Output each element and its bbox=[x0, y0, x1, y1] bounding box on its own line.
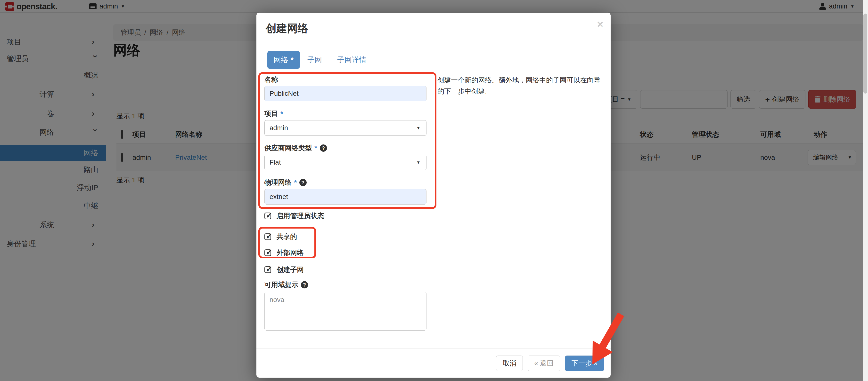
modal-title: 创建网络 bbox=[266, 21, 308, 36]
physical-network-field-label: 物理网络 * ? bbox=[265, 178, 307, 187]
create-subnet-label: 创建子网 bbox=[277, 265, 304, 274]
back-button[interactable]: « 返回 bbox=[528, 355, 560, 371]
provider-type-select[interactable]: Flat ▼ bbox=[265, 154, 427, 170]
check-icon: ✓ bbox=[266, 247, 273, 257]
screen: openstack. admin ▼ admin ▼ 项目 › 管理员 › 概况… bbox=[0, 0, 868, 381]
check-icon: ✓ bbox=[266, 231, 273, 241]
modal-help-text: 创建一个新的网络。额外地，网络中的子网可以在向导的下一步中创建。 bbox=[437, 75, 602, 97]
tab-network-label: 网络 bbox=[274, 55, 288, 65]
tab-network-active[interactable]: 网络 * bbox=[267, 51, 300, 69]
required-marker: * bbox=[314, 144, 317, 152]
enable-admin-state-checkbox[interactable]: ✓ 启用管理员状态 bbox=[265, 211, 324, 220]
help-icon[interactable]: ? bbox=[301, 281, 308, 288]
external-network-checkbox[interactable]: ✓ 外部网络 bbox=[265, 248, 304, 257]
az-hints-label-text: 可用域提示 bbox=[265, 280, 299, 289]
az-hints-field-label: 可用域提示 ? bbox=[265, 280, 308, 289]
checked-checkbox-icon: ✓ bbox=[265, 213, 271, 219]
az-option-nova[interactable]: nova bbox=[270, 296, 422, 304]
external-network-label: 外部网络 bbox=[277, 248, 304, 257]
physical-network-input[interactable] bbox=[265, 189, 427, 205]
scrollbar-thumb[interactable] bbox=[863, 13, 867, 94]
help-icon[interactable]: ? bbox=[299, 179, 307, 186]
project-label-text: 项目 bbox=[265, 109, 278, 118]
checked-checkbox-icon: ✓ bbox=[265, 249, 271, 256]
project-select-value: admin bbox=[270, 124, 288, 132]
provider-type-label-text: 供应商网络类型 bbox=[265, 143, 312, 153]
create-network-modal: 创建网络 × 网络 * 子网 子网详情 名称 项目 * admin ▼ 供应商网… bbox=[256, 12, 611, 378]
required-marker: * bbox=[294, 178, 297, 186]
provider-type-field-label: 供应商网络类型 * ? bbox=[265, 143, 327, 153]
help-icon[interactable]: ? bbox=[320, 144, 327, 152]
modal-footer: 取消 « 返回 下一步 » bbox=[256, 349, 611, 378]
close-icon[interactable]: × bbox=[597, 19, 603, 30]
provider-type-select-value: Flat bbox=[270, 159, 281, 166]
caret-down-icon: ▼ bbox=[416, 161, 421, 165]
az-hints-multiselect[interactable]: nova bbox=[265, 292, 427, 331]
enable-admin-state-label: 启用管理员状态 bbox=[277, 211, 324, 220]
name-input[interactable] bbox=[265, 86, 427, 101]
check-icon: ✓ bbox=[266, 210, 273, 220]
tab-subnet-details[interactable]: 子网详情 bbox=[337, 51, 366, 69]
name-field-label: 名称 bbox=[265, 75, 278, 84]
checked-checkbox-icon: ✓ bbox=[265, 233, 271, 240]
create-subnet-checkbox[interactable]: ✓ 创建子网 bbox=[265, 265, 304, 274]
cancel-button[interactable]: 取消 bbox=[496, 355, 523, 371]
window-scrollbar[interactable] bbox=[863, 0, 868, 381]
required-marker: * bbox=[291, 56, 293, 64]
physical-network-label-text: 物理网络 bbox=[265, 178, 291, 187]
check-icon: ✓ bbox=[266, 264, 273, 274]
tab-subnet[interactable]: 子网 bbox=[307, 51, 322, 69]
checked-checkbox-icon: ✓ bbox=[265, 266, 271, 273]
caret-down-icon: ▼ bbox=[416, 126, 421, 130]
shared-label: 共享的 bbox=[277, 232, 297, 241]
project-select[interactable]: admin ▼ bbox=[265, 120, 427, 136]
required-marker: * bbox=[280, 109, 283, 118]
next-button[interactable]: 下一步 » bbox=[565, 355, 604, 371]
shared-checkbox[interactable]: ✓ 共享的 bbox=[265, 232, 297, 241]
name-label-text: 名称 bbox=[265, 75, 278, 84]
project-field-label: 项目 * bbox=[265, 109, 283, 118]
